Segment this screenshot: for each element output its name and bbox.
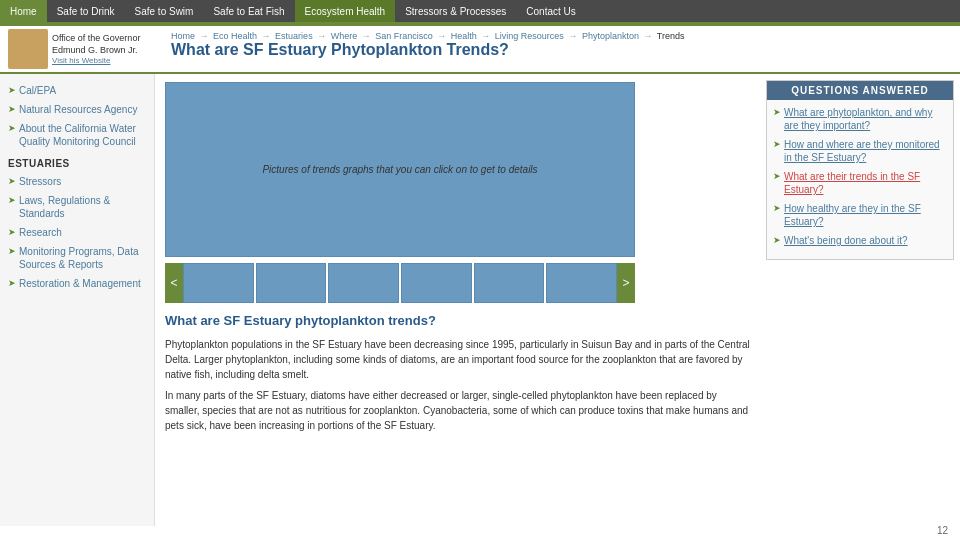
section-heading: What are SF Estuary phytoplankton trends… — [165, 311, 750, 331]
breadcrumb: Home → Eco Health → Estuaries → Where → … — [171, 31, 952, 41]
breadcrumb-where[interactable]: Where — [331, 31, 358, 41]
paragraph-1: Phytoplankton populations in the SF Estu… — [165, 337, 750, 382]
arrow-icon: ➤ — [8, 123, 16, 135]
next-button[interactable]: > — [617, 263, 635, 303]
thumbnail-3[interactable] — [328, 263, 399, 303]
breadcrumb-estuaries[interactable]: Estuaries — [275, 31, 313, 41]
page-number: 12 — [937, 525, 948, 536]
breadcrumb-health[interactable]: Health — [451, 31, 477, 41]
question-item-3[interactable]: ➤ What are their trends in the SF Estuar… — [773, 170, 947, 196]
thumbnail-5[interactable] — [474, 263, 545, 303]
main-image[interactable]: Pictures of trends graphs that you can c… — [165, 82, 635, 257]
sidebar-item-water-quality[interactable]: ➤ About the California Water Quality Mon… — [4, 120, 150, 150]
nav-item-contact-us[interactable]: Contact Us — [516, 0, 585, 22]
question-item-2[interactable]: ➤ How and where are they monitored in th… — [773, 138, 947, 164]
image-caption: Pictures of trends graphs that you can c… — [262, 164, 537, 175]
question-link-5: What's being done about it? — [784, 234, 908, 247]
arrow-icon: ➤ — [8, 246, 16, 258]
thumbnail-1[interactable] — [183, 263, 254, 303]
nav-item-ecosystem-health[interactable]: Ecosystem Health — [295, 0, 396, 22]
question-link-4: How healthy are they in the SF Estuary? — [784, 202, 947, 228]
sidebar-item-laws[interactable]: ➤ Laws, Regulations & Standards — [4, 192, 150, 222]
sidebar-external-links: ➤ Cal/EPA ➤ Natural Resources Agency ➤ A… — [4, 82, 150, 150]
sidebar-item-research[interactable]: ➤ Research — [4, 224, 150, 241]
content-area: Pictures of trends graphs that you can c… — [155, 74, 760, 526]
sidebar-item-calepa[interactable]: ➤ Cal/EPA — [4, 82, 150, 99]
breadcrumb-sf[interactable]: San Francisco — [375, 31, 433, 41]
question-item-4[interactable]: ➤ How healthy are they in the SF Estuary… — [773, 202, 947, 228]
sidebar-item-monitoring[interactable]: ➤ Monitoring Programs, Data Sources & Re… — [4, 243, 150, 273]
page-header: Office of the Governor Edmund G. Brown J… — [0, 26, 960, 74]
thumbnail-6[interactable] — [546, 263, 617, 303]
arrow-icon: ➤ — [8, 104, 16, 116]
page-title: What are SF Estuary Phytoplankton Trends… — [171, 41, 952, 59]
breadcrumb-living-resources[interactable]: Living Resources — [495, 31, 564, 41]
right-panel: QUESTIONS ANSWERED ➤ What are phytoplank… — [760, 74, 960, 526]
sidebar-item-natural-resources[interactable]: ➤ Natural Resources Agency — [4, 101, 150, 118]
governor-photo — [8, 29, 48, 69]
nav-item-safe-to-swim[interactable]: Safe to Swim — [125, 0, 204, 22]
nav-item-stressors-&-processes[interactable]: Stressors & Processes — [395, 0, 516, 22]
prev-button[interactable]: < — [165, 263, 183, 303]
visit-website-link[interactable]: Visit his Website — [52, 56, 163, 65]
arrow-icon: ➤ — [8, 85, 16, 97]
top-navigation: HomeSafe to DrinkSafe to SwimSafe to Eat… — [0, 0, 960, 22]
sidebar: ➤ Cal/EPA ➤ Natural Resources Agency ➤ A… — [0, 74, 155, 526]
nav-item-safe-to-drink[interactable]: Safe to Drink — [47, 0, 125, 22]
text-content: What are SF Estuary phytoplankton trends… — [165, 311, 750, 433]
arrow-icon: ➤ — [8, 176, 16, 188]
governor-name: Office of the Governor Edmund G. Brown J… — [52, 33, 140, 55]
thumbnail-2[interactable] — [256, 263, 327, 303]
question-item-1[interactable]: ➤ What are phytoplankton, and why are th… — [773, 106, 947, 132]
breadcrumb-home[interactable]: Home — [171, 31, 195, 41]
questions-box: QUESTIONS ANSWERED ➤ What are phytoplank… — [766, 80, 954, 260]
thumbnail-strip: < > — [165, 263, 635, 303]
questions-title: QUESTIONS ANSWERED — [767, 81, 953, 100]
arrow-icon: ➤ — [773, 139, 781, 149]
breadcrumb-trends: Trends — [657, 31, 685, 41]
arrow-icon: ➤ — [8, 195, 16, 207]
main-layout: ➤ Cal/EPA ➤ Natural Resources Agency ➤ A… — [0, 74, 960, 526]
thumbnail-4[interactable] — [401, 263, 472, 303]
arrow-icon: ➤ — [773, 203, 781, 213]
breadcrumb-phytoplankton[interactable]: Phytoplankton — [582, 31, 639, 41]
question-item-5[interactable]: ➤ What's being done about it? — [773, 234, 947, 247]
arrow-icon: ➤ — [8, 278, 16, 290]
paragraph-2: In many parts of the SF Estuary, diatoms… — [165, 388, 750, 433]
questions-list: ➤ What are phytoplankton, and why are th… — [767, 100, 953, 259]
arrow-icon: ➤ — [773, 171, 781, 181]
thumbnail-inner — [183, 263, 617, 303]
question-link-1: What are phytoplankton, and why are they… — [784, 106, 947, 132]
logo-area: Office of the Governor Edmund G. Brown J… — [8, 29, 163, 69]
breadcrumb-eco-health[interactable]: Eco Health — [213, 31, 257, 41]
sidebar-item-stressors[interactable]: ➤ Stressors — [4, 173, 150, 190]
arrow-icon: ➤ — [773, 107, 781, 117]
sidebar-item-restoration[interactable]: ➤ Restoration & Management — [4, 275, 150, 292]
nav-item-home[interactable]: Home — [0, 0, 47, 22]
sidebar-section-title: ESTUARIES — [8, 158, 150, 169]
arrow-icon: ➤ — [773, 235, 781, 245]
nav-item-safe-to-eat-fish[interactable]: Safe to Eat Fish — [203, 0, 294, 22]
question-link-3: What are their trends in the SF Estuary? — [784, 170, 947, 196]
logo-text: Office of the Governor Edmund G. Brown J… — [52, 33, 163, 56]
arrow-icon: ➤ — [8, 227, 16, 239]
question-link-2: How and where are they monitored in the … — [784, 138, 947, 164]
